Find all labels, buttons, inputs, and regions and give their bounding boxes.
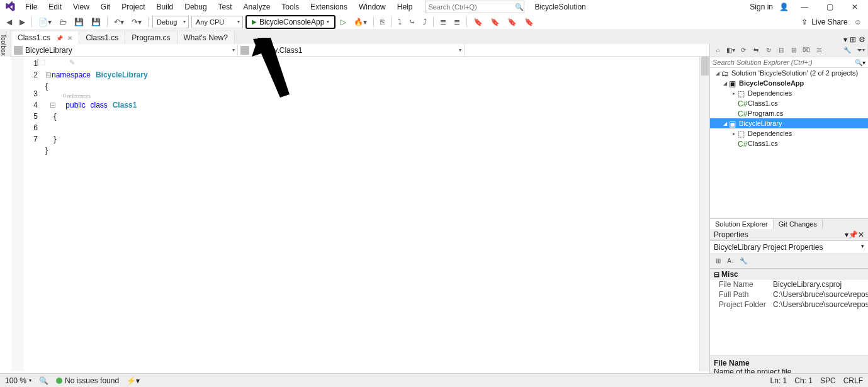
- prop-row-projectfolder[interactable]: Project FolderC:\Users\bruce\source\repo…: [710, 300, 868, 310]
- start-wo-debug-icon[interactable]: ▷: [338, 16, 349, 28]
- prop-row-fullpath[interactable]: Full PathC:\Users\bruce\source\repos\Bic…: [710, 290, 868, 300]
- prop-row-filename[interactable]: File NameBicycleLibrary.csproj: [710, 280, 868, 290]
- menu-help[interactable]: Help: [392, 1, 418, 13]
- bookmark-next-icon[interactable]: 🔖: [505, 16, 519, 28]
- tree-dependencies[interactable]: ▸⬚Dependencies: [710, 88, 868, 98]
- file-tab-class1-active[interactable]: Class1.cs 📌 ✕: [11, 31, 79, 44]
- prop-wrench-icon[interactable]: 🔧: [738, 255, 749, 267]
- live-share-icon[interactable]: ⇪: [801, 18, 808, 26]
- nav-member-dropdown[interactable]: [465, 44, 868, 56]
- solution-explorer-search[interactable]: 🔍▾: [710, 57, 868, 68]
- menu-build[interactable]: Build: [152, 1, 179, 13]
- code-text[interactable]: ⊟namespace BicycleLibrary { 0 references…: [43, 57, 699, 371]
- menu-view[interactable]: View: [68, 1, 94, 13]
- menu-file[interactable]: File: [20, 1, 42, 13]
- hot-reload-icon[interactable]: 🔥▾: [351, 16, 369, 28]
- status-char[interactable]: Ch: 1: [794, 376, 813, 385]
- close-tab-icon[interactable]: ✕: [67, 35, 72, 42]
- nav-class-dropdown[interactable]: brary.Class1: [238, 44, 465, 56]
- step-over-icon[interactable]: ⤷: [407, 16, 418, 28]
- status-lightning-icon[interactable]: ⚡▾: [127, 376, 140, 385]
- editor-vertical-scrollbar[interactable]: [699, 57, 709, 371]
- tree-dependencies[interactable]: ▸⬚Dependencies: [710, 128, 868, 138]
- status-spaces[interactable]: SPC: [820, 376, 836, 385]
- account-icon[interactable]: 👤: [779, 3, 789, 11]
- live-share-button[interactable]: Live Share: [811, 18, 847, 26]
- properties-grid[interactable]: File NameBicycleLibrary.csproj Full Path…: [710, 280, 868, 310]
- nav-fwd-icon[interactable]: ▶: [17, 16, 28, 28]
- right-panel-tabs: Solution Explorer Git Changes: [710, 218, 868, 229]
- tree-solution-node[interactable]: ◢🗂Solution 'BicycleSolution' (2 of 2 pro…: [710, 68, 868, 78]
- breakpoint-margin[interactable]: [11, 57, 24, 371]
- tree-project-library[interactable]: ◢▣BicycleLibrary: [710, 118, 868, 128]
- step-out-icon[interactable]: ⤴: [420, 16, 429, 28]
- solution-tree[interactable]: ◢🗂Solution 'BicycleSolution' (2 of 2 pro…: [710, 68, 868, 218]
- new-project-icon[interactable]: 📄▾: [36, 16, 54, 28]
- status-crlf[interactable]: CRLF: [843, 376, 863, 385]
- global-search[interactable]: 🔍: [425, 1, 524, 13]
- menu-analyze[interactable]: Analyze: [239, 1, 276, 13]
- tree-file-program[interactable]: C#Program.cs: [710, 108, 868, 118]
- indent-more-icon[interactable]: ≣: [451, 16, 463, 28]
- browser-link-icon[interactable]: ⎘: [378, 16, 387, 28]
- bookmark-icon[interactable]: 🔖: [471, 16, 485, 28]
- save-icon[interactable]: 💾: [72, 16, 86, 28]
- window-maximize[interactable]: ▢: [820, 3, 839, 11]
- pin-icon[interactable]: 📌: [56, 35, 63, 42]
- window-minimize[interactable]: —: [795, 3, 814, 11]
- tree-project-consoleapp[interactable]: ◢▣BicycleConsoleApp: [710, 78, 868, 88]
- solution-config-dropdown[interactable]: Debug: [152, 16, 189, 28]
- save-all-icon[interactable]: 💾: [89, 16, 103, 28]
- indent-less-icon[interactable]: ≣: [437, 16, 449, 28]
- status-line[interactable]: Ln: 1: [770, 376, 787, 385]
- sign-in-link[interactable]: Sign in: [750, 3, 773, 11]
- file-tab-class1[interactable]: Class1.cs: [79, 31, 125, 44]
- tab-solution-explorer[interactable]: Solution Explorer: [710, 219, 774, 229]
- redo-icon[interactable]: ↷▾: [129, 16, 144, 28]
- tab-overflow-icon[interactable]: ▾: [843, 35, 847, 44]
- file-tab-whatsnew[interactable]: What's New?: [178, 31, 235, 44]
- solution-platform-dropdown[interactable]: Any CPU: [191, 16, 243, 28]
- tab-git-changes[interactable]: Git Changes: [774, 219, 823, 229]
- solution-explorer-search-input[interactable]: [713, 59, 855, 66]
- status-find-icon[interactable]: 🔍: [39, 376, 48, 385]
- properties-category-misc[interactable]: ⊟ Misc: [710, 269, 868, 280]
- feedback-icon[interactable]: ☺: [852, 16, 864, 28]
- active-files-icon[interactable]: ⊞: [850, 35, 856, 44]
- configure-tabs-icon[interactable]: ⚙: [859, 35, 865, 44]
- global-search-input[interactable]: [428, 3, 515, 11]
- file-tab-program[interactable]: Program.cs: [125, 31, 177, 44]
- menu-test[interactable]: Test: [213, 1, 237, 13]
- status-issues[interactable]: No issues found: [56, 376, 119, 385]
- bookmark-clear-icon[interactable]: 🔖: [522, 16, 536, 28]
- toolbox-tab[interactable]: Toolbox: [0, 30, 11, 57]
- code-editor[interactable]: {⬚ 12 34 56 7 ✎ ⊟namespace BicycleLibrar…: [11, 57, 709, 371]
- prop-categorized-icon[interactable]: ⊞: [713, 255, 724, 267]
- tab-label: Class1.cs: [86, 33, 118, 42]
- nav-back-icon[interactable]: ◀: [4, 16, 14, 28]
- bookmark-prev-icon[interactable]: 🔖: [488, 16, 502, 28]
- tree-file-class1[interactable]: C#Class1.cs: [710, 98, 868, 108]
- step-into-icon[interactable]: ⤵: [395, 16, 404, 28]
- panel-close-icon[interactable]: ✕: [858, 230, 864, 239]
- menu-git[interactable]: Git: [96, 1, 115, 13]
- menu-edit[interactable]: Edit: [43, 1, 67, 13]
- tree-file-class1-lib[interactable]: C#Class1.cs: [710, 138, 868, 149]
- menu-extensions[interactable]: Extensions: [305, 1, 352, 13]
- open-file-icon[interactable]: 🗁: [57, 16, 69, 28]
- status-zoom[interactable]: 100 % ▾: [5, 376, 31, 385]
- panel-pin-icon[interactable]: 📌: [848, 230, 858, 239]
- codelens-references[interactable]: 0 references: [63, 92, 699, 99]
- menu-tools[interactable]: Tools: [276, 1, 304, 13]
- window-close[interactable]: ✕: [845, 3, 864, 11]
- menu-window[interactable]: Window: [354, 1, 391, 13]
- line-number-gutter: 12 34 56 7: [24, 57, 43, 371]
- undo-icon[interactable]: ↶▾: [111, 16, 127, 28]
- menu-debug[interactable]: Debug: [179, 1, 211, 13]
- properties-object[interactable]: BicycleLibrary Project Properties ▾: [710, 241, 868, 254]
- nav-project-dropdown[interactable]: BicycleLibrary: [11, 44, 238, 56]
- start-debug-button[interactable]: ▶ BicycleConsoleApp ▾: [245, 15, 335, 29]
- menu-project[interactable]: Project: [116, 1, 150, 13]
- search-icon: 🔍▾: [855, 59, 865, 66]
- prop-alphabetical-icon[interactable]: A↓: [725, 255, 736, 267]
